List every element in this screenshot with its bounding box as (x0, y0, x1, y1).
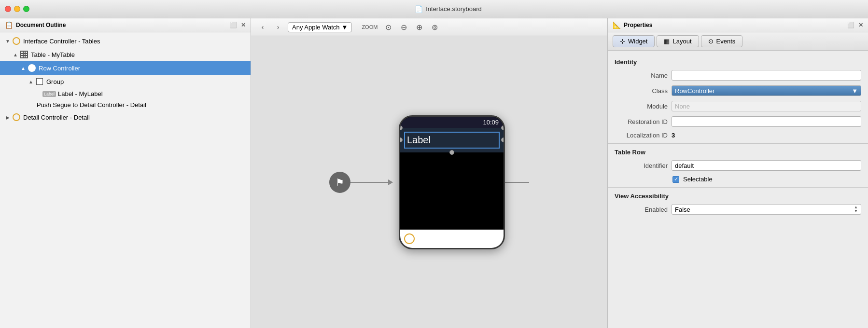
disclosure-detail[interactable]: ▶ (4, 113, 12, 121)
zoom-fit-button[interactable]: ⊙ (381, 21, 395, 33)
row-controller-circle-icon (27, 63, 37, 73)
prop-identifier-row: Identifier (608, 158, 868, 173)
prop-enabled-label: Enabled (615, 206, 668, 213)
prop-module-row: Module None (608, 98, 868, 114)
prop-localization-label: Localization ID (615, 132, 668, 139)
prop-name-label: Name (615, 72, 668, 79)
outline-item-table-mytable[interactable]: ▲ Table - MyTable (0, 48, 251, 61)
prop-selectable-label: Selectable (683, 176, 713, 183)
prop-name-input[interactable] (672, 70, 861, 81)
outline-title-label: Document Outline (16, 22, 66, 28)
main-layout: 📋 Document Outline ⬜ ✕ ▼ Interface Contr… (0, 18, 868, 328)
canvas-area[interactable]: ⚑ 10:09 (251, 36, 607, 328)
controller-circle-icon (13, 37, 20, 45)
properties-panel: 📐 Properties ⬜ ✕ ⊹ Widget ▦ Layout ⊙ Eve… (607, 18, 868, 328)
events-tab-icon: ⊙ (708, 38, 714, 45)
properties-close-button[interactable]: ✕ (858, 22, 863, 28)
outline-content: ▼ Interface Controller - Tables ▲ Tab (0, 32, 251, 328)
outline-item-push-segue[interactable]: Push Segue to Detail Controller - Detail (0, 99, 251, 110)
minimize-button[interactable] (14, 6, 20, 12)
zoom-in-button[interactable]: ⊕ (412, 21, 426, 33)
document-outline-panel: 📋 Document Outline ⬜ ✕ ▼ Interface Contr… (0, 18, 251, 328)
watch-black-area (400, 152, 504, 230)
disclosure-interface-controller[interactable]: ▼ (4, 37, 12, 45)
watch-label-area[interactable]: Label (400, 128, 504, 152)
segue-icon: ⚑ (329, 172, 350, 193)
close-button[interactable] (5, 6, 11, 12)
outline-item-row-controller[interactable]: ▲ Row Controller (0, 61, 251, 75)
prop-class-dropdown-icon: ▼ (852, 87, 858, 95)
zoom-label: ZOOM (362, 24, 378, 30)
resize-handle-tr[interactable] (501, 125, 504, 130)
stepper-arrows: ▲ ▼ (854, 205, 858, 213)
segue-connector: ⚑ (329, 172, 389, 193)
tab-widget[interactable]: ⊹ Widget (613, 35, 655, 47)
resize-handle-mr[interactable] (501, 137, 504, 142)
prop-class-label: Class (615, 87, 668, 95)
widget-tab-icon: ⊹ (620, 38, 625, 45)
properties-header-actions: ⬜ ✕ (847, 22, 863, 28)
outline-close-button[interactable]: ✕ (241, 22, 246, 28)
watch-device: 10:09 Label (399, 115, 505, 249)
maximize-button[interactable] (23, 6, 29, 12)
prop-class-select[interactable]: RowController ▼ (672, 85, 861, 96)
prop-enabled-value: False (675, 206, 690, 213)
window-title: 📄 Interface.storyboard (33, 5, 863, 13)
divider-2 (608, 187, 868, 188)
outline-item-interface-controller[interactable]: ▼ Interface Controller - Tables (0, 34, 251, 48)
layout-tab-label: Layout (672, 38, 691, 45)
prop-name-row: Name (608, 68, 868, 83)
prop-identifier-input[interactable] (672, 160, 861, 171)
segue-arrow-line (350, 182, 389, 183)
properties-icon: 📐 (613, 21, 621, 29)
zoom-controls: ⊙ ⊖ ⊕ ⊚ (381, 21, 441, 33)
dropdown-arrow-icon: ▼ (342, 24, 348, 31)
label-row-controller: Row Controller (39, 65, 80, 72)
prop-identifier-label: Identifier (615, 162, 668, 169)
prop-restoration-row: Restoration ID (608, 114, 868, 129)
label-interface-controller: Interface Controller - Tables (23, 38, 100, 45)
prop-enabled-select[interactable]: False ▲ ▼ (672, 204, 861, 215)
rect-icon (36, 78, 43, 85)
prop-selectable-checkbox[interactable]: ✓ (672, 176, 679, 183)
watch-status-bar: 10:09 (400, 117, 504, 128)
watch-label: Label (404, 132, 500, 149)
outline-item-label-mylabel[interactable]: Label Label - MyLabel (0, 88, 251, 99)
stepper-down-icon[interactable]: ▼ (854, 209, 858, 213)
zoom-out-button[interactable]: ⊖ (397, 21, 410, 33)
outline-minimize-button[interactable]: ⬜ (230, 22, 237, 28)
nav-forward-button[interactable]: › (272, 21, 284, 33)
disclosure-group[interactable]: ▲ (27, 78, 35, 85)
prop-module-input[interactable]: None (672, 101, 861, 111)
prop-restoration-input[interactable] (672, 116, 861, 127)
properties-minimize-button[interactable]: ⬜ (847, 22, 854, 28)
group-rect-icon (35, 77, 44, 86)
section-header-view-accessibility: View Accessibility (608, 190, 868, 202)
resize-handle-ml[interactable] (400, 137, 403, 142)
layout-tab-icon: ▦ (664, 38, 670, 45)
resize-handle-bc[interactable] (449, 150, 454, 155)
device-selector[interactable]: Any Apple Watch ▼ (288, 22, 352, 32)
properties-title-label: Properties (624, 22, 652, 28)
outline-actions: ⬜ ✕ (230, 22, 246, 28)
outline-item-detail-controller[interactable]: ▶ Detail Controller - Detail (0, 110, 251, 124)
label-mylabel: Label - MyLabel (58, 90, 103, 97)
properties-header: 📐 Properties ⬜ ✕ (608, 18, 868, 32)
outline-item-group[interactable]: ▲ Group (0, 75, 251, 88)
table-icon-container (19, 50, 29, 59)
label-table-mytable: Table - MyTable (31, 51, 75, 58)
disclosure-table[interactable]: ▲ (12, 51, 19, 58)
device-label: Any Apple Watch (292, 24, 340, 31)
disclosure-row-controller[interactable]: ▲ (19, 64, 27, 72)
label-detail-controller: Detail Controller - Detail (23, 114, 90, 121)
outline-header: 📋 Document Outline ⬜ ✕ (0, 18, 251, 32)
zoom-reset-button[interactable]: ⊚ (428, 21, 441, 33)
label-badge-icon: Label (42, 91, 56, 97)
detail-controller-icon (13, 113, 20, 121)
divider-1 (608, 143, 868, 144)
label-group: Group (46, 78, 64, 85)
tab-layout[interactable]: ▦ Layout (657, 35, 699, 47)
nav-back-button[interactable]: ‹ (257, 21, 268, 33)
watch-screen: 10:09 Label (400, 117, 504, 230)
tab-events[interactable]: ⊙ Events (701, 35, 743, 47)
